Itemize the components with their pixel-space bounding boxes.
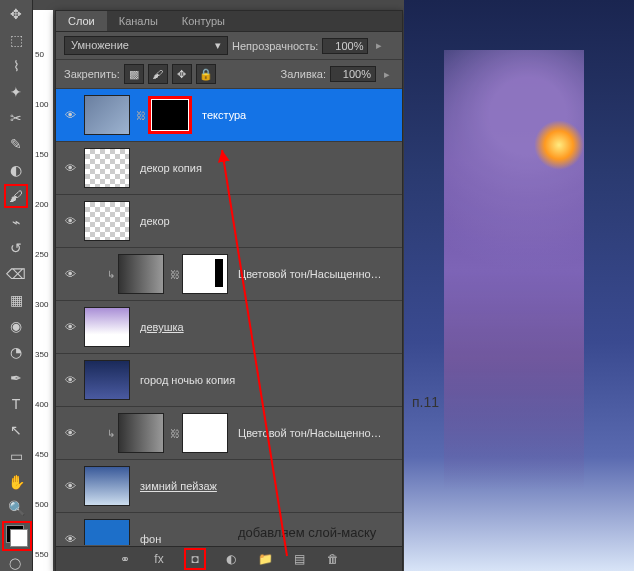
tools-toolbar: ✥ ⬚ ⌇ ✦ ✂ ✎ ◐ 🖌 ⌁ ↺ ⌫ ▦ ◉ ◔ ✒ T ↖ ▭ ✋ 🔍 … [0, 0, 33, 571]
link-layers-icon[interactable]: ⚭ [116, 550, 134, 568]
layer-thumbnail[interactable] [84, 95, 130, 135]
opacity-input[interactable]: 100% [322, 38, 368, 54]
layer-row[interactable]: 👁 декор копия [56, 142, 402, 195]
layer-row[interactable]: 👁 ⛓ текстура [56, 89, 402, 142]
lock-pixels-icon[interactable]: 🖌 [148, 64, 168, 84]
layer-name: зимний пейзаж [140, 480, 217, 492]
eye-icon[interactable]: 👁 [60, 370, 80, 390]
layer-thumbnail[interactable] [84, 519, 130, 545]
ruler-mark: 550 [35, 550, 48, 559]
ruler-mark: 350 [35, 350, 48, 359]
eye-icon[interactable]: 👁 [60, 476, 80, 496]
layers-panel: Слои Каналы Контуры Умножение ▾ Непрозра… [55, 10, 403, 571]
layer-mask-thumbnail[interactable] [148, 96, 192, 134]
blend-row: Умножение ▾ Непрозрачность: 100% ▸ [56, 32, 402, 60]
new-layer-icon[interactable]: ▤ [290, 550, 308, 568]
layer-name: Цветовой тон/Насыщенно… [238, 268, 382, 280]
zoom-tool[interactable]: 🔍 [4, 496, 28, 520]
panel-footer: ⚭ fx ◘ ◐ 📁 ▤ 🗑 [56, 546, 402, 571]
layer-mask-thumbnail[interactable] [182, 254, 228, 294]
new-group-icon[interactable]: 📁 [256, 550, 274, 568]
heal-tool[interactable]: ◐ [4, 158, 28, 182]
eye-icon[interactable]: 👁 [60, 158, 80, 178]
lock-all-icon[interactable]: 🔒 [196, 64, 216, 84]
clip-icon: ↳ [104, 426, 118, 440]
adjustment-layer-icon[interactable]: ◐ [222, 550, 240, 568]
adjustment-thumbnail[interactable] [118, 413, 164, 453]
dodge-tool[interactable]: ◔ [4, 340, 28, 364]
shape-tool[interactable]: ▭ [4, 444, 28, 468]
eye-icon[interactable]: 👁 [60, 264, 80, 284]
eye-icon[interactable]: 👁 [60, 529, 80, 545]
lasso-tool[interactable]: ⌇ [4, 54, 28, 78]
fill-input[interactable]: 100% [330, 66, 376, 82]
layer-mask-thumbnail[interactable] [182, 413, 228, 453]
link-icon: ⛓ [168, 426, 182, 440]
eyedropper-tool[interactable]: ✎ [4, 132, 28, 156]
eye-icon[interactable]: 👁 [60, 211, 80, 231]
layer-row[interactable]: 👁 ↳ ⛓ Цветовой тон/Насыщенно… [56, 407, 402, 460]
lock-row: Закрепить: ▩ 🖌 ✥ 🔒 Заливка: 100% ▸ [56, 60, 402, 89]
layer-thumbnail[interactable] [84, 360, 130, 400]
tab-paths[interactable]: Контуры [170, 11, 237, 31]
stamp-tool[interactable]: ⌁ [4, 210, 28, 234]
type-tool[interactable]: T [4, 392, 28, 416]
layer-row[interactable]: 👁 зимний пейзаж [56, 460, 402, 513]
layer-row[interactable]: 👁 девушка [56, 301, 402, 354]
layer-thumbnail[interactable] [84, 201, 130, 241]
layer-row[interactable]: 👁 декор [56, 195, 402, 248]
pen-tool[interactable]: ✒ [4, 366, 28, 390]
lock-label: Закрепить: [64, 68, 120, 80]
background-color[interactable] [10, 529, 28, 547]
layer-thumbnail[interactable] [84, 466, 130, 506]
eye-icon[interactable]: 👁 [60, 317, 80, 337]
layer-row[interactable]: 👁 город ночью копия [56, 354, 402, 407]
ruler-mark: 150 [35, 150, 48, 159]
vertical-ruler: 50 100 150 200 250 300 350 400 450 500 5… [33, 10, 53, 571]
layer-name: город ночью копия [140, 374, 235, 386]
ruler-mark: 450 [35, 450, 48, 459]
eraser-tool[interactable]: ⌫ [4, 262, 28, 286]
link-icon: ⛓ [168, 267, 182, 281]
quickmask-toggle[interactable]: ◯ [4, 555, 26, 571]
delete-layer-icon[interactable]: 🗑 [324, 550, 342, 568]
wand-tool[interactable]: ✦ [4, 80, 28, 104]
opacity-arrow-icon[interactable]: ▸ [372, 39, 386, 53]
add-mask-icon[interactable]: ◘ [184, 548, 206, 570]
lock-position-icon[interactable]: ✥ [172, 64, 192, 84]
layer-thumbnail[interactable] [84, 148, 130, 188]
tab-channels[interactable]: Каналы [107, 11, 170, 31]
path-select-tool[interactable]: ↖ [4, 418, 28, 442]
fx-icon[interactable]: fx [150, 550, 168, 568]
layer-row[interactable]: 👁 ↳ ⛓ Цветовой тон/Насыщенно… [56, 248, 402, 301]
lock-transparency-icon[interactable]: ▩ [124, 64, 144, 84]
tab-layers[interactable]: Слои [56, 11, 107, 31]
move-tool[interactable]: ✥ [4, 2, 28, 26]
ruler-mark: 50 [35, 50, 44, 59]
clip-icon: ↳ [104, 267, 118, 281]
layer-name: декор [140, 215, 170, 227]
history-brush-tool[interactable]: ↺ [4, 236, 28, 260]
eye-icon[interactable]: 👁 [60, 423, 80, 443]
adjustment-thumbnail[interactable] [118, 254, 164, 294]
fill-arrow-icon[interactable]: ▸ [380, 67, 394, 81]
blur-tool[interactable]: ◉ [4, 314, 28, 338]
layer-name: девушка [140, 321, 184, 333]
step-caption: п.11 [412, 394, 439, 410]
marquee-tool[interactable]: ⬚ [4, 28, 28, 52]
brush-tool[interactable]: 🖌 [4, 184, 28, 208]
gradient-tool[interactable]: ▦ [4, 288, 28, 312]
blend-mode-dropdown[interactable]: Умножение ▾ [64, 36, 228, 55]
ruler-mark: 250 [35, 250, 48, 259]
link-icon: ⛓ [134, 108, 148, 122]
ruler-mark: 400 [35, 400, 48, 409]
eye-icon[interactable]: 👁 [60, 105, 80, 125]
crop-tool[interactable]: ✂ [4, 106, 28, 130]
ruler-mark: 100 [35, 100, 48, 109]
ruler-mark: 300 [35, 300, 48, 309]
layer-thumbnail[interactable] [84, 307, 130, 347]
hand-tool[interactable]: ✋ [4, 470, 28, 494]
blend-mode-value: Умножение [71, 39, 129, 52]
color-swatches[interactable] [2, 521, 32, 551]
annotation-mask-label: добавляем слой-маску [238, 525, 376, 540]
